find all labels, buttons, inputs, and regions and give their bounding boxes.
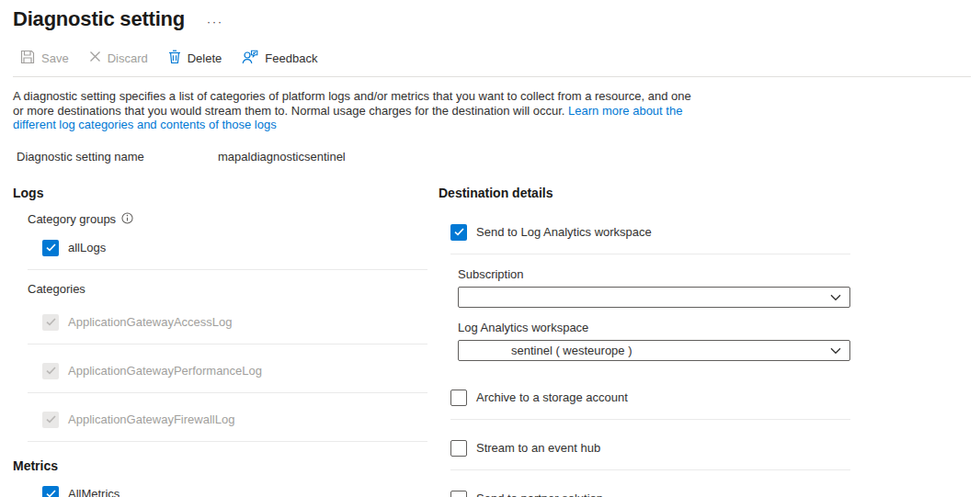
checkbox-send-to-law[interactable]: Send to Log Analytics workspace <box>450 224 850 241</box>
feedback-icon <box>242 50 258 67</box>
checkbox-checked-icon <box>42 486 59 497</box>
checkbox-send-partner-solution-label: Send to partner solution <box>476 491 603 497</box>
checkbox-allmetrics[interactable]: AllMetrics <box>42 486 427 497</box>
setting-name-row: Diagnostic setting name mapaldiagnostics… <box>17 150 980 164</box>
divider <box>28 344 427 345</box>
checkbox-unchecked-icon <box>450 390 467 406</box>
delete-icon <box>168 50 181 67</box>
chevron-down-icon <box>830 344 841 357</box>
toolbar-divider <box>13 76 971 77</box>
checkbox-performance-log: ApplicationGatewayPerformanceLog <box>42 363 427 379</box>
checkbox-send-partner-solution[interactable]: Send to partner solution <box>450 491 850 497</box>
checkbox-disabled-checked-icon <box>42 363 59 379</box>
logs-section-title: Logs <box>13 186 427 200</box>
more-options-icon[interactable]: ··· <box>207 11 223 28</box>
save-button[interactable]: Save <box>20 50 69 67</box>
page-title: Diagnostic setting <box>13 7 185 31</box>
category-groups-label-row: Category groups <box>28 212 427 227</box>
subscription-label: Subscription <box>458 267 850 281</box>
checkbox-checked-icon <box>42 240 59 256</box>
discard-icon <box>89 51 101 65</box>
command-bar: Save Discard Delete Feedback <box>20 47 980 69</box>
checkbox-stream-event-hub[interactable]: Stream to an event hub <box>450 440 850 457</box>
checkbox-firewall-log-label: ApplicationGatewayFirewallLog <box>68 412 234 426</box>
checkbox-performance-log-label: ApplicationGatewayPerformanceLog <box>68 364 262 378</box>
divider <box>450 254 850 254</box>
subscription-dropdown[interactable] <box>458 287 850 308</box>
checkbox-alllogs-label: allLogs <box>68 241 106 254</box>
destination-section-title: Destination details <box>439 186 850 200</box>
chevron-down-icon <box>830 290 841 304</box>
workspace-dropdown-value: sentinel ( westeurope ) <box>459 344 632 357</box>
discard-button[interactable]: Discard <box>89 51 148 65</box>
checkbox-unchecked-icon <box>450 491 467 497</box>
delete-button[interactable]: Delete <box>168 50 222 67</box>
divider <box>28 441 427 442</box>
checkbox-archive-storage-label: Archive to a storage account <box>476 390 628 404</box>
checkbox-allmetrics-label: AllMetrics <box>68 487 120 497</box>
checkbox-disabled-checked-icon <box>42 314 59 331</box>
feedback-button[interactable]: Feedback <box>242 50 317 67</box>
workspace-label: Log Analytics workspace <box>458 321 850 334</box>
destination-column: Destination details Send to Log Analytic… <box>439 186 850 497</box>
setting-name-value: mapaldiagnosticsentinel <box>218 150 346 164</box>
page-header: Diagnostic setting ··· <box>0 0 980 31</box>
discard-button-label: Discard <box>108 51 148 65</box>
feedback-button-label: Feedback <box>265 51 317 65</box>
delete-button-label: Delete <box>188 51 222 65</box>
diagnostic-setting-page: Diagnostic setting ··· Save Discard Dele… <box>0 0 980 497</box>
checkbox-unchecked-icon <box>450 440 467 457</box>
divider <box>450 419 850 420</box>
info-icon[interactable] <box>121 212 133 227</box>
checkbox-access-log: ApplicationGatewayAccessLog <box>42 314 427 331</box>
divider <box>450 469 850 470</box>
checkbox-disabled-checked-icon <box>42 412 59 428</box>
checkbox-archive-storage[interactable]: Archive to a storage account <box>450 390 850 406</box>
logs-column: Logs Category groups allLogs Categories <box>13 186 427 497</box>
checkbox-firewall-log: ApplicationGatewayFirewallLog <box>42 412 427 428</box>
save-icon <box>20 50 35 67</box>
checkbox-checked-icon <box>450 224 467 241</box>
checkbox-stream-event-hub-label: Stream to an event hub <box>476 441 600 455</box>
divider <box>28 269 427 270</box>
metrics-section-title: Metrics <box>13 458 427 473</box>
description-text: A diagnostic setting specifies a list of… <box>13 89 701 132</box>
save-button-label: Save <box>41 51 69 65</box>
workspace-dropdown[interactable]: sentinel ( westeurope ) <box>458 340 850 361</box>
setting-name-label: Diagnostic setting name <box>17 150 218 164</box>
checkbox-send-to-law-label: Send to Log Analytics workspace <box>476 225 652 239</box>
divider <box>28 392 427 393</box>
categories-label: Categories <box>28 282 427 296</box>
category-groups-label: Category groups <box>28 212 116 226</box>
content-columns: Logs Category groups allLogs Categories <box>0 186 980 497</box>
checkbox-alllogs[interactable]: allLogs <box>42 240 427 256</box>
checkbox-access-log-label: ApplicationGatewayAccessLog <box>68 315 233 329</box>
